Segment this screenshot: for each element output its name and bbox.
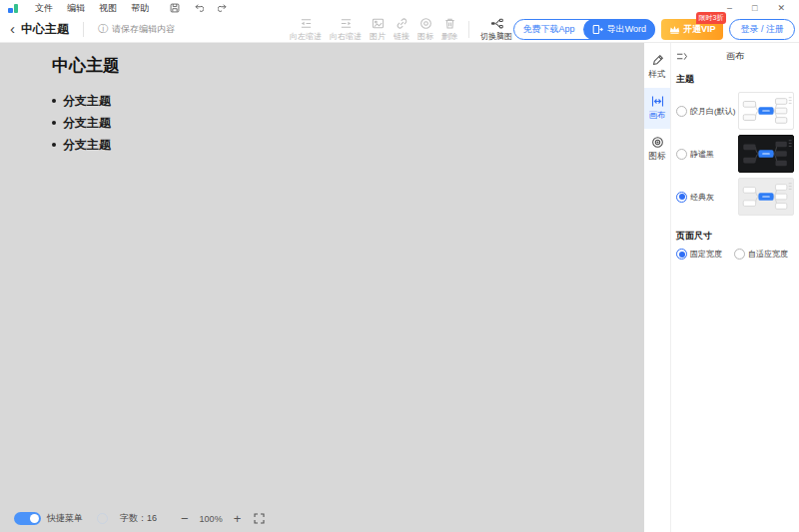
download-app-button[interactable]: 免费下载App xyxy=(514,23,584,36)
zoom-in-button[interactable]: + xyxy=(232,512,244,525)
branch-topic[interactable]: 分支主题 xyxy=(52,90,644,112)
theme-option-white[interactable]: 皎月白(默认) xyxy=(676,92,794,130)
editor-canvas[interactable]: 中心主题 分支主题 分支主题 分支主题 快捷菜单 字数 xyxy=(0,43,644,532)
target-icon xyxy=(651,136,664,149)
titlebar: 文件 编辑 视图 帮助 – □ ✕ xyxy=(0,0,799,16)
quick-menu-toggle[interactable] xyxy=(14,512,41,525)
menu-view[interactable]: 视图 xyxy=(92,2,124,15)
info-icon: ⓘ xyxy=(98,22,108,36)
zoom-level: 100% xyxy=(200,514,223,524)
radio-icon[interactable] xyxy=(676,149,687,160)
page-size-fixed[interactable]: 固定宽度 xyxy=(676,249,722,260)
switch-mindmap-button[interactable]: 切换脑图 xyxy=(480,17,512,42)
crown-icon xyxy=(669,25,680,34)
zoom-out-button[interactable]: − xyxy=(179,512,191,525)
canvas-panel: 画布 主题 皎月白(默认) xyxy=(671,43,799,532)
branch-topic[interactable]: 分支主题 xyxy=(52,134,644,156)
radio-icon[interactable] xyxy=(676,249,687,260)
theme-section-label: 主题 xyxy=(676,73,794,86)
tool-group: 向左缩进 向右缩进 图片 链接 图标 删除 xyxy=(290,16,512,42)
window-minimize-button[interactable]: – xyxy=(727,3,732,13)
window-maximize-button[interactable]: □ xyxy=(752,3,757,13)
toolbar: ‹ 中心主题 ⓘ 请保存编辑内容 向左缩进 向右缩进 图片 链接 xyxy=(0,16,799,43)
menu-file[interactable]: 文件 xyxy=(28,2,60,15)
app-logo-icon xyxy=(8,4,18,13)
page-size-adaptive[interactable]: 自适应宽度 xyxy=(734,249,788,260)
link-button[interactable]: 链接 xyxy=(394,17,409,42)
radio-icon[interactable] xyxy=(734,249,745,260)
collapse-panel-icon[interactable] xyxy=(676,52,690,61)
right-sidebar: 样式 画布 图标 画布 主题 xyxy=(644,43,799,532)
quick-menu-label: 快捷菜单 xyxy=(47,512,83,525)
menu-edit[interactable]: 编辑 xyxy=(60,2,92,15)
theme-thumbnail-black[interactable] xyxy=(738,135,794,173)
indent-left-button[interactable]: 向左缩进 xyxy=(290,17,322,42)
save-icon[interactable] xyxy=(170,3,180,13)
export-icon xyxy=(592,24,603,35)
theme-thumbnail-white[interactable] xyxy=(738,92,794,130)
save-notice: ⓘ 请保存编辑内容 xyxy=(98,22,175,36)
undo-icon[interactable] xyxy=(194,3,204,13)
tab-style[interactable]: 样式 xyxy=(644,47,670,88)
page-size-label: 页面尺寸 xyxy=(676,230,794,243)
radio-icon[interactable] xyxy=(676,106,687,117)
tool-group-divider xyxy=(468,21,469,38)
document-title[interactable]: 中心主题 xyxy=(21,21,69,38)
toolbar-actions: 免费下载App 导出Word 开通VIP 限时3折 登录 / 注册 xyxy=(513,16,795,42)
download-export-capsule: 免费下载App 导出Word xyxy=(513,19,655,40)
outline: 中心主题 分支主题 分支主题 分支主题 xyxy=(0,43,644,156)
app-window: 文件 编辑 视图 帮助 – □ ✕ ‹ 中心主题 ⓘ 请保存编辑内容 向左缩进 xyxy=(0,0,799,532)
vip-promo-badge: 限时3折 xyxy=(696,12,727,24)
word-count: 字数：16 xyxy=(120,512,157,525)
indent-right-button[interactable]: 向右缩进 xyxy=(330,17,362,42)
bullet-icon xyxy=(52,99,56,103)
image-button[interactable]: 图片 xyxy=(370,17,386,42)
login-button[interactable]: 登录 / 注册 xyxy=(729,19,795,40)
tab-canvas[interactable]: 画布 xyxy=(644,88,670,129)
panel-title: 画布 xyxy=(690,50,780,63)
theme-option-gray[interactable]: 经典灰 xyxy=(676,178,794,216)
tab-icon[interactable]: 图标 xyxy=(644,129,670,170)
spinner-icon xyxy=(97,513,108,524)
fit-screen-button[interactable] xyxy=(254,513,265,524)
delete-button[interactable]: 删除 xyxy=(441,17,457,42)
theme-thumbnail-gray[interactable] xyxy=(738,178,794,216)
theme-option-black[interactable]: 静谧黑 xyxy=(676,135,794,173)
central-topic[interactable]: 中心主题 xyxy=(52,54,644,77)
back-button[interactable]: ‹ xyxy=(0,21,21,38)
statusbar: 快捷菜单 字数：16 − 100% + xyxy=(14,512,265,525)
sidebar-tabs: 样式 画布 图标 xyxy=(644,43,671,532)
bullet-icon xyxy=(52,121,56,125)
brush-icon xyxy=(651,54,664,67)
export-word-button[interactable]: 导出Word xyxy=(583,19,655,40)
save-notice-text: 请保存编辑内容 xyxy=(112,23,175,36)
radio-icon[interactable] xyxy=(676,192,687,203)
icon-button[interactable]: 图标 xyxy=(417,17,433,42)
toolbar-divider xyxy=(83,22,84,37)
vip-button[interactable]: 开通VIP 限时3折 xyxy=(661,19,724,40)
menu-help[interactable]: 帮助 xyxy=(124,2,156,15)
window-close-button[interactable]: ✕ xyxy=(777,3,785,13)
canvas-icon xyxy=(651,95,664,108)
fullscreen-icon xyxy=(254,513,265,524)
redo-icon[interactable] xyxy=(218,3,228,13)
bullet-icon xyxy=(52,143,56,147)
branch-topic[interactable]: 分支主题 xyxy=(52,112,644,134)
